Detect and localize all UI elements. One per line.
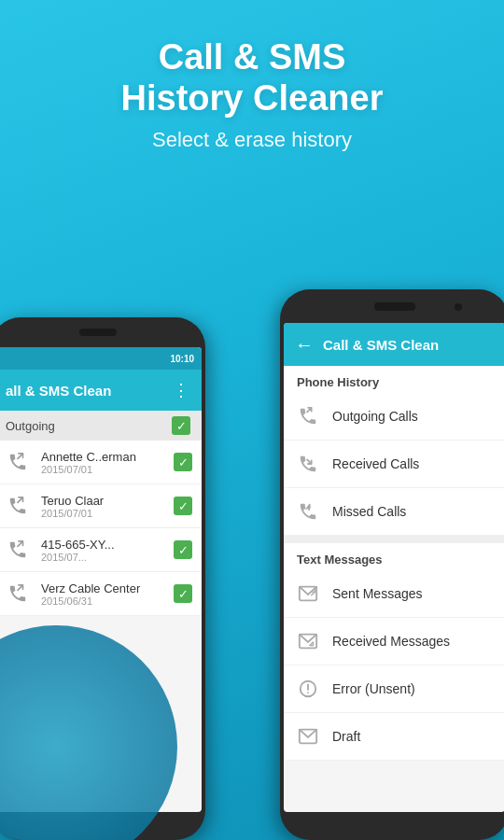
outgoing-call-icon-4	[4, 580, 32, 608]
caller-name-4: Verz Cable Center	[41, 581, 162, 595]
sent-messages-icon	[297, 582, 319, 605]
section-label: Outgoing	[6, 419, 55, 433]
error-unsent-icon	[297, 678, 319, 700]
status-icons: 10:10	[170, 354, 194, 364]
left-app-bar-title: all & SMS Clean	[6, 383, 111, 399]
call-info-3: 415-665-XY... 2015/07...	[41, 538, 164, 563]
hero-subtitle: Select & erase history	[28, 128, 476, 152]
outgoing-section-header: Outgoing ✓	[0, 411, 202, 441]
text-messages-label: Text Messages	[284, 543, 504, 570]
hero-section: Call & SMSHistory Cleaner Select & erase…	[0, 0, 504, 171]
call-date-3: 2015/07...	[41, 552, 164, 563]
title-bold: Clean	[74, 383, 112, 399]
call-info-2: Teruo Claar 2015/07/01	[41, 494, 164, 519]
call-info-4: Verz Cable Center 2015/06/31	[41, 581, 164, 607]
menu-item-received-messages[interactable]: Received Messages	[284, 618, 504, 665]
call-item-1[interactable]: Annette C..erman 2015/07/01 ✓	[0, 441, 202, 484]
svg-point-3	[307, 692, 309, 693]
call-list: Annette C..erman 2015/07/01 ✓ Teruo Claa…	[0, 441, 202, 616]
outgoing-calls-label: Outgoing Calls	[332, 409, 418, 424]
draft-label: Draft	[332, 729, 360, 744]
caller-name-1: Annette C..erman	[41, 450, 162, 464]
outgoing-call-icon-3	[4, 536, 32, 564]
call-info-1: Annette C..erman 2015/07/01	[41, 450, 164, 475]
received-messages-label: Received Messages	[332, 634, 450, 649]
section-divider	[284, 536, 504, 543]
title-normal: all & SMS	[6, 383, 74, 399]
back-button[interactable]: ←	[295, 334, 314, 356]
title-normal-right: Call & SMS	[323, 337, 400, 353]
app-bar-right: ← Call & SMS Clean	[284, 323, 504, 366]
missed-calls-icon	[297, 500, 319, 523]
menu-item-received-calls[interactable]: Received Calls	[284, 441, 504, 488]
received-messages-icon	[297, 630, 319, 652]
time-display: 10:10	[170, 354, 194, 364]
menu-dots-icon[interactable]: ⋮	[173, 380, 190, 400]
call-item-3[interactable]: 415-665-XY... 2015/07... ✓	[0, 528, 202, 572]
phone-history-label: Phone History	[284, 366, 504, 393]
call-date-2: 2015/07/01	[41, 508, 164, 519]
menu-item-error-unsent[interactable]: Error (Unsent)	[284, 665, 504, 713]
call-check-2[interactable]: ✓	[174, 497, 192, 515]
call-date-4: 2015/06/31	[41, 595, 164, 607]
phone-right: ← Call & SMS Clean Phone History Outgoin…	[280, 289, 504, 840]
menu-item-outgoing-calls[interactable]: Outgoing Calls	[284, 393, 504, 441]
missed-calls-label: Missed Calls	[332, 504, 406, 519]
call-check-3[interactable]: ✓	[174, 540, 192, 559]
received-calls-label: Received Calls	[332, 456, 419, 471]
right-app-title: Call & SMS Clean	[323, 337, 439, 353]
caller-name-3: 415-665-XY...	[41, 538, 162, 552]
app-bar-left: all & SMS Clean ⋮	[0, 370, 202, 411]
outgoing-calls-icon	[297, 405, 319, 427]
right-phone-screen: ← Call & SMS Clean Phone History Outgoin…	[284, 323, 504, 812]
received-calls-icon	[297, 453, 319, 475]
call-item-2[interactable]: Teruo Claar 2015/07/01 ✓	[0, 484, 202, 528]
call-check-1[interactable]: ✓	[174, 453, 192, 471]
sent-messages-label: Sent Messages	[332, 586, 423, 601]
hero-title: Call & SMSHistory Cleaner	[28, 37, 476, 119]
title-bold-right: Clean	[400, 337, 439, 353]
error-unsent-label: Error (Unsent)	[332, 681, 415, 696]
menu-item-missed-calls[interactable]: Missed Calls	[284, 488, 504, 536]
draft-icon	[297, 725, 319, 748]
menu-item-draft[interactable]: Draft	[284, 713, 504, 761]
menu-item-sent-messages[interactable]: Sent Messages	[284, 570, 504, 618]
call-date-1: 2015/07/01	[41, 464, 164, 475]
outgoing-call-icon-1	[4, 448, 32, 476]
phone-left: 10:10 all & SMS Clean ⋮ Outgoing ✓	[0, 317, 205, 840]
call-item-4[interactable]: Verz Cable Center 2015/06/31 ✓	[0, 572, 202, 616]
caller-name-2: Teruo Claar	[41, 494, 162, 508]
phones-container: 10:10 all & SMS Clean ⋮ Outgoing ✓	[0, 280, 504, 840]
status-bar: 10:10	[0, 347, 202, 370]
outgoing-call-icon-2	[4, 492, 32, 520]
select-all-check[interactable]: ✓	[172, 416, 190, 435]
call-check-4[interactable]: ✓	[174, 584, 192, 603]
